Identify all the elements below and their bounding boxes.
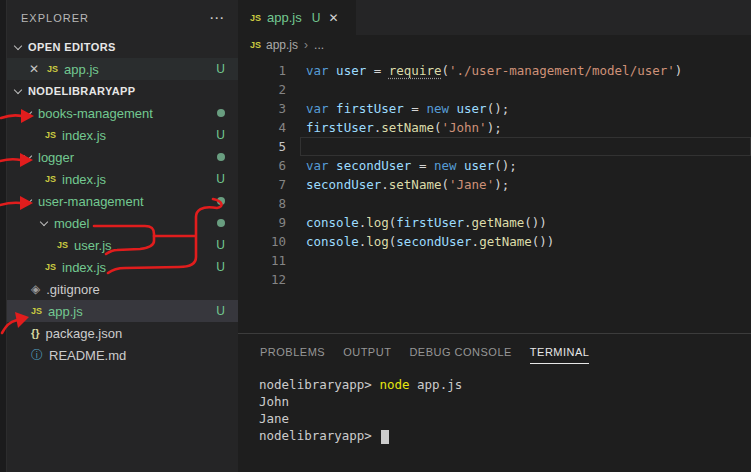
bottom-panel: PROBLEMSOUTPUTDEBUG CONSOLETERMINAL node… <box>238 333 751 472</box>
code-text: secondUser.setName('Jane'); <box>286 175 509 194</box>
code-text: firstUser.setName('John'); <box>286 118 502 137</box>
line-number: 10 <box>238 232 286 251</box>
more-actions-icon[interactable]: ⋯ <box>209 9 224 27</box>
panel-tab-output[interactable]: OUTPUT <box>343 346 391 364</box>
line-number: 6 <box>238 156 286 175</box>
tree-item-label: books-management <box>38 106 153 121</box>
line-number: 11 <box>238 251 286 270</box>
explorer-sidebar: EXPLORER ⋯ OPEN EDITORS ✕ JS app.js U NO… <box>7 0 238 472</box>
close-icon[interactable]: ✕ <box>328 11 338 25</box>
line-number: 5 <box>238 137 286 156</box>
tree-item-gitignore[interactable]: ◈.gitignore <box>7 278 238 300</box>
tree-item-logger[interactable]: logger <box>7 146 238 168</box>
js-file-icon: JS <box>45 262 56 272</box>
current-line-highlight <box>300 137 751 156</box>
js-file-icon: JS <box>250 13 261 23</box>
js-file-icon: JS <box>45 174 56 184</box>
panel-tab-terminal[interactable]: TERMINAL <box>530 346 590 364</box>
open-editors-label: OPEN EDITORS <box>28 41 116 53</box>
tree-item-model[interactable]: model <box>7 212 238 234</box>
tab-app-js[interactable]: JS app.js U ✕ <box>238 0 356 35</box>
terminal-line-2: John <box>259 393 751 410</box>
breadcrumb-separator: › <box>304 38 308 52</box>
code-line-3[interactable]: 3var firstUser = new user(); <box>238 99 751 118</box>
tree-item-app-js[interactable]: JSapp.jsU <box>7 300 238 322</box>
panel-tab-problems[interactable]: PROBLEMS <box>260 346 325 364</box>
breadcrumb-file[interactable]: app.js <box>266 38 298 52</box>
code-text <box>286 194 306 213</box>
js-file-icon: JS <box>57 240 68 250</box>
js-file-icon: JS <box>45 130 56 140</box>
code-text: var secondUser = new user(); <box>286 156 517 175</box>
file-tree: books-managementJSindex.jsUloggerJSindex… <box>7 102 238 366</box>
editor-tab-bar: JS app.js U ✕ <box>238 0 751 35</box>
code-line-7[interactable]: 7secondUser.setName('Jane'); <box>238 175 751 194</box>
panel-tab-bar: PROBLEMSOUTPUTDEBUG CONSOLETERMINAL <box>238 334 751 364</box>
editor-area: JS app.js U ✕ JS app.js › ... 1var user … <box>238 0 751 333</box>
tree-item-user-js[interactable]: JSuser.jsU <box>7 234 238 256</box>
chevron-down-icon <box>14 85 22 93</box>
line-number: 7 <box>238 175 286 194</box>
git-dot-badge <box>217 197 225 205</box>
code-editor[interactable]: 1var user = require('./user-management/m… <box>238 55 751 289</box>
code-text <box>286 251 306 270</box>
code-line-9[interactable]: 9console.log(firstUser.getName()) <box>238 213 751 232</box>
code-text: console.log(secondUser.getName()) <box>286 232 554 251</box>
code-line-8[interactable]: 8 <box>238 194 751 213</box>
code-line-6[interactable]: 6var secondUser = new user(); <box>238 156 751 175</box>
code-line-1[interactable]: 1var user = require('./user-management/m… <box>238 61 751 80</box>
info-file-icon: ⓘ <box>31 347 43 364</box>
line-number: 2 <box>238 80 286 99</box>
panel-tab-debug-console[interactable]: DEBUG CONSOLE <box>409 346 511 364</box>
tree-item-user-management[interactable]: user-management <box>7 190 238 212</box>
terminal-cursor[interactable] <box>381 430 389 444</box>
open-editor-label: app.js <box>64 62 99 77</box>
tree-item-index-js[interactable]: JSindex.jsU <box>7 124 238 146</box>
chevron-down-icon <box>24 151 32 159</box>
chevron-down-icon <box>24 195 32 203</box>
open-editor-item-app-js[interactable]: ✕ JS app.js U <box>7 58 238 80</box>
chevron-down-icon <box>40 217 48 225</box>
line-number: 3 <box>238 99 286 118</box>
js-file-icon: JS <box>31 306 42 316</box>
tree-item-label: .gitignore <box>46 282 99 297</box>
code-line-10[interactable]: 10console.log(secondUser.getName()) <box>238 232 751 251</box>
code-line-12[interactable]: 12 <box>238 270 751 289</box>
git-status-badge: U <box>216 238 225 252</box>
tree-item-label: user-management <box>38 194 144 209</box>
tree-item-label: README.md <box>49 348 126 363</box>
code-line-2[interactable]: 2 <box>238 80 751 99</box>
js-file-icon: JS <box>250 40 261 50</box>
breadcrumb[interactable]: JS app.js › ... <box>238 35 751 55</box>
code-line-4[interactable]: 4firstUser.setName('John'); <box>238 118 751 137</box>
tree-item-label: model <box>54 216 89 231</box>
project-section[interactable]: NODELIBRARYAPP <box>7 80 238 102</box>
close-icon[interactable]: ✕ <box>29 62 39 76</box>
tree-item-package-json[interactable]: {}package.json <box>7 322 238 344</box>
tree-item-readme-md[interactable]: ⓘREADME.md <box>7 344 238 366</box>
terminal-output[interactable]: nodelibraryapp> node app.jsJohnJanenodel… <box>238 364 751 444</box>
git-dot-badge <box>217 109 225 117</box>
tree-item-index-js[interactable]: JSindex.jsU <box>7 256 238 278</box>
tree-item-books-management[interactable]: books-management <box>7 102 238 124</box>
breadcrumb-more[interactable]: ... <box>314 38 324 52</box>
git-dot-badge <box>217 219 225 227</box>
open-editors-section[interactable]: OPEN EDITORS <box>7 36 238 58</box>
code-line-5[interactable]: 5 <box>238 137 751 156</box>
line-number: 12 <box>238 270 286 289</box>
git-status-badge: U <box>216 128 225 142</box>
explorer-title: EXPLORER <box>21 12 89 24</box>
tree-item-label: logger <box>38 150 74 165</box>
chevron-down-icon <box>14 41 22 49</box>
tree-item-label: index.js <box>62 172 106 187</box>
code-text: console.log(firstUser.getName()) <box>286 213 547 232</box>
tree-item-label: index.js <box>62 260 106 275</box>
tab-label: app.js <box>267 10 302 25</box>
git-status-badge: U <box>216 172 225 186</box>
code-line-11[interactable]: 11 <box>238 251 751 270</box>
js-file-icon: JS <box>47 64 58 74</box>
activity-bar-strip <box>0 0 7 472</box>
tree-item-index-js[interactable]: JSindex.jsU <box>7 168 238 190</box>
terminal-line-3: Jane <box>259 410 751 427</box>
line-number: 8 <box>238 194 286 213</box>
